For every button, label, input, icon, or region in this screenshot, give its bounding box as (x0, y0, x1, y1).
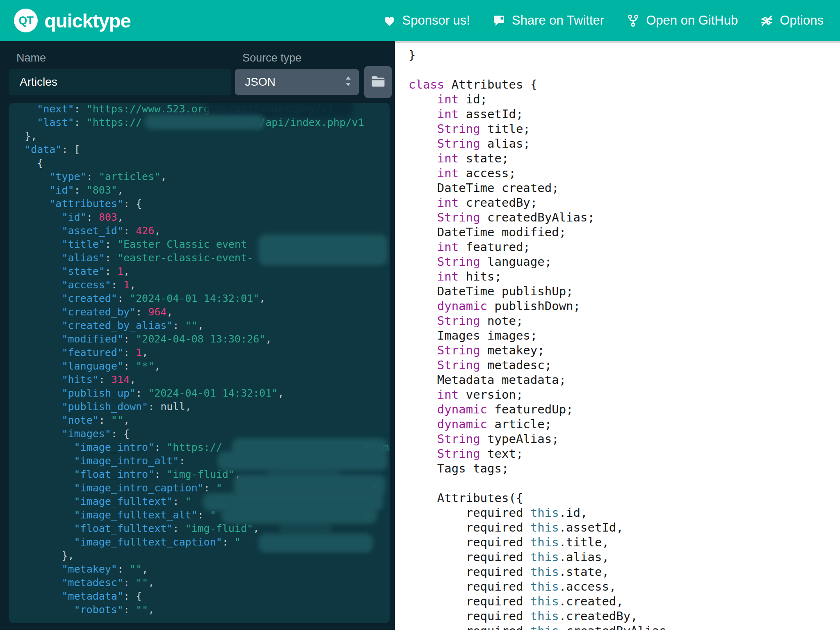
code-line: dynamic publishDown; (409, 299, 840, 313)
code-line: Tags tags; (409, 461, 840, 476)
code-line: String text; (409, 446, 840, 461)
code-line: class Attributes { (409, 77, 840, 92)
code-line: required this.state, (409, 564, 840, 579)
code-line: int version; (409, 387, 840, 402)
source-type-field: Source type JSON (235, 52, 359, 95)
name-field: Name (9, 52, 231, 95)
code-line: int assetId; (409, 107, 840, 121)
nav-label: Sponsor us! (402, 13, 470, 28)
code-line: String note; (409, 313, 840, 328)
controls-row: Name Source type JSON (0, 41, 395, 95)
code-line: int id; (409, 92, 840, 107)
code-line: int featured; (409, 240, 840, 254)
code-line: "data": [ (12, 143, 388, 156)
nav-open-on-github[interactable]: Open on GitHub (626, 13, 738, 28)
code-line: required this.id, (409, 505, 840, 520)
code-line: "created_by_alias": "", (12, 319, 388, 332)
nav-label: Share on Twitter (512, 13, 604, 28)
code-line (409, 62, 840, 77)
code-line: "hits": 314, (12, 373, 388, 386)
code-line: required this.createdByAlias, (409, 623, 840, 630)
source-type-label: Source type (242, 52, 359, 64)
redaction-smudge (221, 507, 377, 524)
nav-label: Options (780, 13, 824, 28)
code-line: "last": "https:// /api/index.php/v1 (12, 116, 388, 129)
code-line: "image_fulltext_alt": " o (12, 508, 388, 522)
quicktype-logo-icon: QT (14, 9, 38, 32)
code-line: "created_by": 964, (12, 305, 388, 319)
code-line (409, 476, 840, 491)
code-line: String createdByAlias; (409, 210, 840, 225)
code-line: required this.assetId, (409, 520, 840, 535)
code-line: DateTime modified; (409, 225, 840, 240)
code-line: required this.access, (409, 579, 840, 594)
code-line: String metakey; (409, 343, 840, 358)
header-nav: Sponsor us! Share on Twitter Open on Git… (383, 13, 824, 28)
code-line: "metadesc": "", (12, 576, 388, 589)
code-line: "metadata": { (12, 589, 388, 603)
nav-options[interactable]: Options (760, 13, 824, 28)
code-line: "next": "https://www.523.org.uk/api/inde… (12, 103, 388, 116)
redaction-smudge (258, 534, 373, 552)
json-input-editor[interactable]: "next": "https://www.523.org.uk/api/inde… (9, 103, 390, 623)
code-line: int access; (409, 166, 840, 180)
code-line: "robots": "", (12, 603, 388, 616)
code-line: String language; (409, 254, 840, 269)
code-line: Images images; (409, 328, 840, 343)
code-line: }, (12, 129, 388, 143)
code-line: "publish_up": "2024-04-01 14:32:01", (12, 386, 388, 400)
code-line: { (12, 156, 388, 170)
code-line: "image_intro_alt": (12, 454, 388, 468)
code-line: DateTime publishUp; (409, 284, 840, 299)
code-line: String metadesc; (409, 358, 840, 372)
code-line: "publish_down": null, (12, 400, 388, 413)
code-line: String title; (409, 121, 840, 136)
heart-icon (383, 14, 396, 27)
redaction-smudge (279, 522, 332, 534)
code-line: "state": 1, (12, 265, 388, 278)
folder-icon (370, 75, 386, 90)
code-line: int state; (409, 151, 840, 166)
input-panel: Name Source type JSON "next": "https://w… (0, 41, 395, 630)
nav-share-on-twitter[interactable]: Share on Twitter (492, 13, 604, 28)
code-line: required this.alias, (409, 550, 840, 564)
code-line: required this.createdBy, (409, 609, 840, 623)
code-line: int hits; (409, 269, 840, 284)
code-line: "featured": 1, (12, 346, 388, 359)
code-line: "note": "", (12, 413, 388, 427)
code-line: "image_fulltext_caption": " (12, 535, 388, 549)
main-split: Name Source type JSON "next": "https://w… (0, 41, 840, 630)
code-line: "modified": "2024-04-08 13:30:26", (12, 332, 388, 346)
code-line: required this.title, (409, 535, 840, 550)
code-line: "metakey": "", (12, 562, 388, 576)
code-line: Metadata metadata; (409, 372, 840, 387)
code-line: "image_fulltext": " / (12, 495, 388, 508)
redaction-smudge (258, 234, 388, 265)
name-input[interactable] (9, 69, 231, 95)
code-line: required this.created, (409, 594, 840, 609)
updown-arrows-icon (344, 75, 352, 89)
code-line: "attributes": { (12, 197, 388, 210)
brand-name: quicktype (44, 9, 130, 32)
source-type-value: JSON (245, 75, 276, 89)
code-line: } (409, 48, 840, 62)
app-header: QT quicktype Sponsor us! Share on Twitte… (0, 0, 840, 41)
code-line: dynamic featuredUp; (409, 402, 840, 417)
redaction-smudge (144, 115, 265, 130)
code-line: "access": 1, (12, 278, 388, 292)
generated-code[interactable]: }class Attributes { int id; int assetId;… (395, 43, 840, 630)
speech-bubble-icon (492, 14, 506, 27)
code-line: String typeAlias; (409, 431, 840, 446)
code-line: Attributes({ (409, 491, 840, 505)
open-file-button[interactable] (364, 66, 392, 98)
code-line: "type": "articles", (12, 170, 388, 183)
source-type-select[interactable]: JSON (235, 69, 359, 95)
brand[interactable]: QT quicktype (14, 9, 130, 32)
nav-sponsor-us[interactable]: Sponsor us! (383, 13, 470, 28)
code-line: dynamic article; (409, 417, 840, 431)
git-fork-icon (626, 14, 640, 27)
code-line: "title": "Easter Classic event (12, 237, 388, 251)
code-line: int createdBy; (409, 195, 840, 210)
code-line: "id": 803, (12, 210, 388, 224)
code-line: "language": "*", (12, 359, 388, 373)
